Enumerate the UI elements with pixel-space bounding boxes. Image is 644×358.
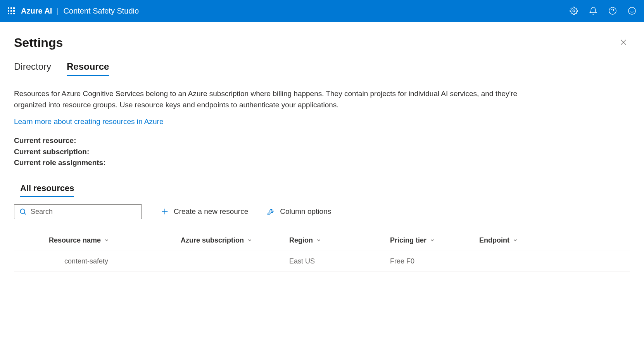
smile-icon[interactable] [628,7,636,15]
current-subscription-label: Current subscription: [14,146,630,158]
table-row[interactable]: content-safety East US Free F0 [14,251,630,272]
svg-line-9 [24,213,26,215]
svg-point-1 [609,7,616,14]
tab-directory[interactable]: Directory [14,61,51,76]
cell-resource-name: content-safety [14,257,146,265]
learn-more-link[interactable]: Learn more about creating resources in A… [14,117,164,126]
current-info: Current resource: Current subscription: … [14,135,630,169]
svg-point-8 [20,209,25,213]
waffle-icon[interactable] [8,7,15,14]
page-header: Settings [14,36,630,50]
toolbar: Create a new resource Column options [14,204,630,219]
cell-region: East US [278,257,378,265]
resource-description: Resources for Azure Cognitive Services b… [14,88,549,110]
current-roles-label: Current role assignments: [14,157,630,169]
brand-text: Azure AI | Content Safety Studio [21,7,139,15]
col-resource-name[interactable]: Resource name [14,236,146,244]
top-bar-left: Azure AI | Content Safety Studio [8,7,139,15]
wrench-icon [267,207,275,216]
create-resource-button[interactable]: Create a new resource [161,207,248,216]
help-icon[interactable] [608,7,617,15]
close-icon[interactable] [617,36,630,50]
chevron-down-icon [316,238,321,243]
page-title: Settings [14,36,63,50]
svg-point-3 [628,7,635,14]
sub-tabs: All resources [20,183,630,197]
tab-resource[interactable]: Resource [67,61,109,76]
current-resource-label: Current resource: [14,135,630,146]
bell-icon[interactable] [589,7,597,15]
table-header: Resource name Azure subscription Region … [14,230,630,251]
column-options-label: Column options [280,207,331,216]
plus-icon [161,207,169,216]
gear-icon[interactable] [570,7,578,15]
chevron-down-icon [513,238,518,243]
main-tabs: Directory Resource [14,61,630,76]
resource-table: Resource name Azure subscription Region … [14,230,630,272]
col-region[interactable]: Region [278,236,378,244]
search-input[interactable] [31,208,137,216]
chevron-down-icon [247,238,252,243]
brand-divider: | [57,7,59,15]
col-endpoint[interactable]: Endpoint [479,236,557,244]
top-bar: Azure AI | Content Safety Studio [0,0,644,22]
column-options-button[interactable]: Column options [267,207,331,216]
main-content: Settings Directory Resource Resources fo… [0,22,644,286]
brand-primary[interactable]: Azure AI [21,7,52,15]
col-pricing-tier[interactable]: Pricing tier [378,236,479,244]
cell-tier: Free F0 [378,257,479,265]
brand-secondary[interactable]: Content Safety Studio [64,7,139,15]
search-box[interactable] [14,204,142,219]
chevron-down-icon [430,238,435,243]
top-bar-right [570,7,636,15]
create-resource-label: Create a new resource [174,207,248,216]
svg-point-0 [573,10,575,12]
subtab-all-resources[interactable]: All resources [20,183,74,197]
search-icon [19,208,27,215]
chevron-down-icon [104,238,109,243]
col-subscription[interactable]: Azure subscription [146,236,278,244]
